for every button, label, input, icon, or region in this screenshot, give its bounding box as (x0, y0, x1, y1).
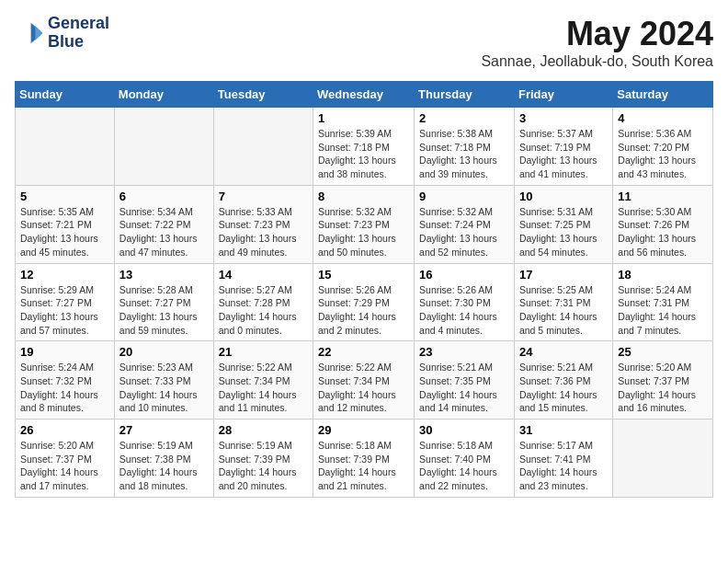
day-info: Sunrise: 5:18 AM Sunset: 7:39 PM Dayligh… (318, 439, 409, 493)
calendar-cell: 29Sunrise: 5:18 AM Sunset: 7:39 PM Dayli… (313, 419, 415, 498)
day-number: 8 (318, 190, 409, 203)
day-number: 6 (119, 190, 209, 203)
calendar-cell: 20Sunrise: 5:23 AM Sunset: 7:33 PM Dayli… (114, 341, 213, 419)
day-info: Sunrise: 5:26 AM Sunset: 7:29 PM Dayligh… (318, 283, 409, 338)
day-info: Sunrise: 5:36 AM Sunset: 7:20 PM Dayligh… (618, 127, 708, 181)
day-number: 21 (219, 345, 308, 359)
calendar-cell: 26Sunrise: 5:20 AM Sunset: 7:37 PM Dayli… (16, 419, 115, 498)
day-info: Sunrise: 5:37 AM Sunset: 7:19 PM Dayligh… (519, 127, 608, 181)
day-info: Sunrise: 5:24 AM Sunset: 7:31 PM Dayligh… (618, 283, 708, 338)
day-number: 4 (618, 111, 708, 125)
day-number: 24 (519, 345, 608, 359)
calendar-cell: 23Sunrise: 5:21 AM Sunset: 7:35 PM Dayli… (415, 341, 515, 419)
calendar-cell: 2Sunrise: 5:38 AM Sunset: 7:18 PM Daylig… (415, 108, 515, 186)
calendar-cell: 5Sunrise: 5:35 AM Sunset: 7:21 PM Daylig… (16, 185, 115, 263)
day-number: 22 (318, 345, 409, 359)
day-info: Sunrise: 5:20 AM Sunset: 7:37 PM Dayligh… (20, 439, 109, 493)
day-info: Sunrise: 5:21 AM Sunset: 7:35 PM Dayligh… (419, 361, 509, 415)
calendar-cell: 27Sunrise: 5:19 AM Sunset: 7:38 PM Dayli… (114, 419, 213, 498)
day-number: 18 (618, 268, 708, 282)
calendar-cell: 9Sunrise: 5:32 AM Sunset: 7:24 PM Daylig… (415, 185, 515, 263)
day-number: 5 (20, 190, 109, 203)
header-day-tuesday: Tuesday (213, 82, 313, 108)
day-number: 25 (618, 345, 708, 359)
calendar-cell: 10Sunrise: 5:31 AM Sunset: 7:25 PM Dayli… (514, 185, 612, 263)
day-number: 2 (419, 111, 509, 125)
day-number: 1 (318, 111, 409, 125)
calendar-cell (613, 419, 713, 498)
logo-icon (15, 18, 44, 48)
day-number: 17 (519, 268, 608, 282)
calendar-table: SundayMondayTuesdayWednesdayThursdayFrid… (15, 81, 713, 498)
day-number: 15 (318, 268, 409, 282)
calendar-cell (213, 108, 313, 186)
day-number: 16 (419, 268, 509, 282)
page-header: General Blue May 2024 Sannae, Jeollabuk-… (15, 15, 713, 70)
day-info: Sunrise: 5:19 AM Sunset: 7:38 PM Dayligh… (119, 439, 209, 493)
week-row-5: 26Sunrise: 5:20 AM Sunset: 7:37 PM Dayli… (16, 419, 713, 498)
day-number: 28 (219, 423, 308, 437)
calendar-cell: 21Sunrise: 5:22 AM Sunset: 7:34 PM Dayli… (213, 341, 313, 419)
day-info: Sunrise: 5:26 AM Sunset: 7:30 PM Dayligh… (419, 283, 509, 338)
day-number: 9 (419, 190, 509, 203)
day-info: Sunrise: 5:27 AM Sunset: 7:28 PM Dayligh… (219, 283, 308, 338)
day-info: Sunrise: 5:23 AM Sunset: 7:33 PM Dayligh… (119, 361, 209, 415)
month-title: May 2024 (481, 15, 713, 53)
calendar-cell: 6Sunrise: 5:34 AM Sunset: 7:22 PM Daylig… (114, 185, 213, 263)
day-number: 11 (618, 190, 708, 203)
calendar-cell (114, 108, 213, 186)
logo-text: General Blue (48, 15, 109, 52)
calendar-cell: 30Sunrise: 5:18 AM Sunset: 7:40 PM Dayli… (415, 419, 515, 498)
calendar-cell: 19Sunrise: 5:24 AM Sunset: 7:32 PM Dayli… (16, 341, 115, 419)
calendar-cell: 13Sunrise: 5:28 AM Sunset: 7:27 PM Dayli… (114, 263, 213, 341)
day-number: 19 (20, 345, 109, 359)
calendar-header: SundayMondayTuesdayWednesdayThursdayFrid… (16, 82, 713, 108)
week-row-1: 1Sunrise: 5:39 AM Sunset: 7:18 PM Daylig… (16, 108, 713, 186)
day-number: 27 (119, 423, 209, 437)
header-day-wednesday: Wednesday (313, 82, 415, 108)
day-info: Sunrise: 5:35 AM Sunset: 7:21 PM Dayligh… (20, 205, 109, 259)
day-info: Sunrise: 5:32 AM Sunset: 7:23 PM Dayligh… (318, 205, 409, 259)
calendar-cell: 31Sunrise: 5:17 AM Sunset: 7:41 PM Dayli… (514, 419, 612, 498)
week-row-2: 5Sunrise: 5:35 AM Sunset: 7:21 PM Daylig… (16, 185, 713, 263)
day-info: Sunrise: 5:39 AM Sunset: 7:18 PM Dayligh… (318, 127, 409, 181)
day-info: Sunrise: 5:30 AM Sunset: 7:26 PM Dayligh… (618, 205, 708, 259)
header-day-thursday: Thursday (415, 82, 515, 108)
header-day-sunday: Sunday (16, 82, 115, 108)
calendar-cell: 14Sunrise: 5:27 AM Sunset: 7:28 PM Dayli… (213, 263, 313, 341)
location-title: Sannae, Jeollabuk-do, South Korea (481, 53, 713, 70)
day-info: Sunrise: 5:22 AM Sunset: 7:34 PM Dayligh… (219, 361, 308, 415)
svg-marker-1 (35, 26, 42, 40)
calendar-cell: 1Sunrise: 5:39 AM Sunset: 7:18 PM Daylig… (313, 108, 415, 186)
day-number: 30 (419, 423, 509, 437)
day-number: 3 (519, 111, 608, 125)
day-info: Sunrise: 5:22 AM Sunset: 7:34 PM Dayligh… (318, 361, 409, 415)
day-info: Sunrise: 5:24 AM Sunset: 7:32 PM Dayligh… (20, 361, 109, 415)
header-row: SundayMondayTuesdayWednesdayThursdayFrid… (16, 82, 713, 108)
day-number: 26 (20, 423, 109, 437)
calendar-cell: 8Sunrise: 5:32 AM Sunset: 7:23 PM Daylig… (313, 185, 415, 263)
calendar-cell: 17Sunrise: 5:25 AM Sunset: 7:31 PM Dayli… (514, 263, 612, 341)
day-info: Sunrise: 5:34 AM Sunset: 7:22 PM Dayligh… (119, 205, 209, 259)
day-number: 14 (219, 268, 308, 282)
day-number: 23 (419, 345, 509, 359)
day-info: Sunrise: 5:28 AM Sunset: 7:27 PM Dayligh… (119, 283, 209, 338)
day-number: 10 (519, 190, 608, 203)
calendar-cell: 16Sunrise: 5:26 AM Sunset: 7:30 PM Dayli… (415, 263, 515, 341)
calendar-cell: 28Sunrise: 5:19 AM Sunset: 7:39 PM Dayli… (213, 419, 313, 498)
calendar-cell: 18Sunrise: 5:24 AM Sunset: 7:31 PM Dayli… (613, 263, 713, 341)
title-block: May 2024 Sannae, Jeollabuk-do, South Kor… (481, 15, 713, 70)
header-day-monday: Monday (114, 82, 213, 108)
calendar-cell: 25Sunrise: 5:20 AM Sunset: 7:37 PM Dayli… (613, 341, 713, 419)
calendar-cell: 24Sunrise: 5:21 AM Sunset: 7:36 PM Dayli… (514, 341, 612, 419)
calendar-cell: 12Sunrise: 5:29 AM Sunset: 7:27 PM Dayli… (16, 263, 115, 341)
calendar-cell: 4Sunrise: 5:36 AM Sunset: 7:20 PM Daylig… (613, 108, 713, 186)
day-number: 29 (318, 423, 409, 437)
day-info: Sunrise: 5:29 AM Sunset: 7:27 PM Dayligh… (20, 283, 109, 338)
day-number: 31 (519, 423, 608, 437)
day-info: Sunrise: 5:20 AM Sunset: 7:37 PM Dayligh… (618, 361, 708, 415)
day-info: Sunrise: 5:31 AM Sunset: 7:25 PM Dayligh… (519, 205, 608, 259)
calendar-cell: 11Sunrise: 5:30 AM Sunset: 7:26 PM Dayli… (613, 185, 713, 263)
day-info: Sunrise: 5:17 AM Sunset: 7:41 PM Dayligh… (519, 439, 608, 493)
week-row-3: 12Sunrise: 5:29 AM Sunset: 7:27 PM Dayli… (16, 263, 713, 341)
